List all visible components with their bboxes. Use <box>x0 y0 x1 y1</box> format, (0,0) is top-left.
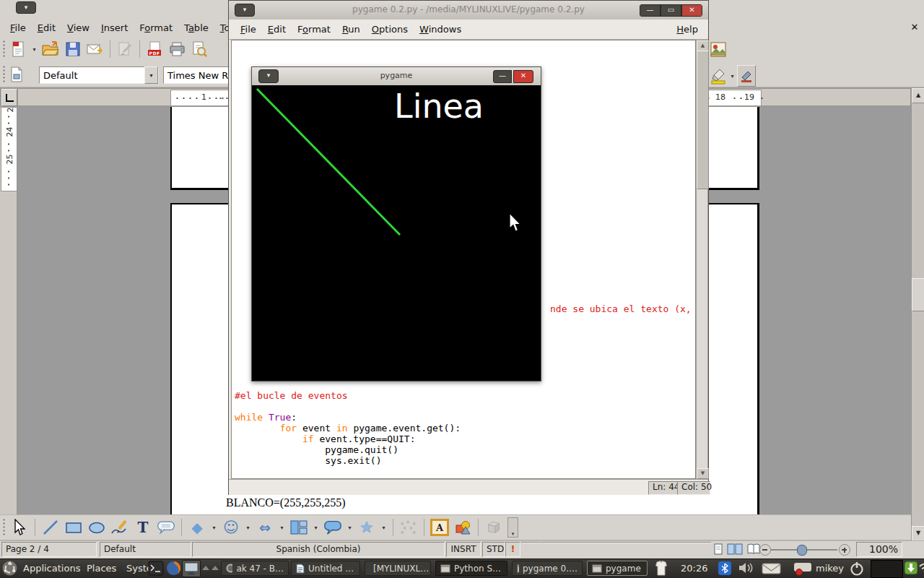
bluetooth-icon[interactable] <box>718 561 731 575</box>
save-button[interactable] <box>64 40 82 59</box>
chat-status-icon[interactable] <box>794 561 813 576</box>
writer-menu-insert[interactable]: Insert <box>95 20 134 36</box>
writer-menu-view[interactable]: View <box>61 20 95 36</box>
toolbar-grip[interactable] <box>2 65 6 84</box>
idle-menu-format[interactable]: Format <box>292 22 336 37</box>
status-language[interactable]: Spanish (Colombia) <box>192 542 445 557</box>
update-manager-icon[interactable] <box>905 561 918 574</box>
rectangle-tool-button[interactable] <box>64 518 83 537</box>
close-button[interactable]: ✕ <box>513 70 533 83</box>
print-button[interactable] <box>167 40 186 59</box>
document-scrollbar[interactable]: ▲ ▼ <box>911 88 924 540</box>
chevron-down-icon[interactable]: ▾ <box>346 525 353 531</box>
close-button[interactable]: ✕ <box>681 4 702 17</box>
scrollbar-thumb[interactable] <box>912 278 924 311</box>
close-document-icon[interactable]: ✕ <box>908 21 921 34</box>
mail-indicator-icon[interactable] <box>762 563 781 574</box>
firefox-launcher-icon[interactable] <box>166 561 181 576</box>
new-document-button[interactable] <box>9 40 27 59</box>
callout-shapes-button[interactable] <box>323 518 342 537</box>
status-insert-mode[interactable]: INSRT <box>446 542 481 557</box>
writer-menu-file[interactable]: File <box>4 20 32 36</box>
writer-menu-edit[interactable]: Edit <box>32 20 61 36</box>
chevron-down-icon[interactable]: ▾ <box>313 525 319 531</box>
symbol-shapes-button[interactable]: ☺ <box>222 518 240 537</box>
edit-points-button[interactable] <box>399 518 418 537</box>
edit-file-button[interactable] <box>116 40 134 59</box>
idle-menu-run[interactable]: Run <box>336 22 366 37</box>
toolbar-grip[interactable] <box>2 40 6 59</box>
terminal-launcher-icon[interactable] <box>148 561 164 576</box>
idle-code-block[interactable]: #el bucle de eventos while True: for eve… <box>235 390 461 466</box>
taskbar-window-ak47[interactable]: ak 47 - B… <box>221 561 289 576</box>
clock[interactable]: 20:26 <box>681 558 707 578</box>
taskbar-window-python-shell[interactable]: Python S… <box>435 561 507 576</box>
zoom-out-button[interactable] <box>759 544 771 556</box>
status-page-style[interactable]: Default <box>100 542 191 557</box>
username[interactable]: mikey <box>816 558 844 578</box>
idle-menu-windows[interactable]: Windows <box>414 22 467 37</box>
zoom-slider-thumb[interactable] <box>797 545 807 556</box>
status-modified-indicator[interactable]: ! <box>505 542 520 557</box>
page-preview-button[interactable] <box>190 40 209 59</box>
combo-dropdown-button[interactable]: ▾ <box>144 66 158 84</box>
idle-titlebar[interactable]: ▾ pygame 0.2.py - /media/MYLINUXLIVE/pyg… <box>229 1 708 20</box>
idle-menu-edit[interactable]: Edit <box>262 22 292 37</box>
pygame-window-menu-button[interactable]: ▾ <box>258 69 279 83</box>
chevron-down-icon[interactable]: ▾ <box>211 525 217 531</box>
idle-menu-help[interactable]: Help <box>671 22 704 37</box>
zoom-in-button[interactable] <box>839 544 850 556</box>
chevron-down-icon[interactable]: ▾ <box>31 46 38 53</box>
star-shapes-button[interactable]: ★ <box>357 518 376 537</box>
callout-tool-button[interactable] <box>157 518 175 537</box>
styles-button[interactable] <box>7 65 26 84</box>
chevron-down-icon[interactable]: ▾ <box>279 525 285 531</box>
chevron-down-icon[interactable]: ▾ <box>380 525 387 531</box>
export-pdf-button[interactable]: PDF <box>145 40 164 59</box>
panel-arrow-up-icon[interactable] <box>212 566 219 570</box>
block-arrows-button[interactable]: ⇔ <box>256 518 274 537</box>
toolbar-grip[interactable] <box>2 518 6 537</box>
pygame-surface[interactable]: Linea <box>252 85 541 381</box>
minimize-button[interactable]: — <box>640 4 661 17</box>
book-view-button[interactable] <box>746 543 761 555</box>
gallery-button[interactable] <box>709 40 728 59</box>
idle-scrollbar[interactable]: ▲ ▼ <box>696 40 708 479</box>
chevron-down-icon[interactable]: ▾ <box>245 525 251 531</box>
system-monitor-applet[interactable] <box>871 560 903 578</box>
scroll-down-button[interactable]: ▼ <box>697 468 709 479</box>
menu-places[interactable]: Places <box>87 558 116 578</box>
status-selection-mode[interactable]: STD <box>482 542 505 557</box>
toolbar-overflow-handle[interactable]: ▾ <box>507 517 518 538</box>
ubuntu-logo-icon[interactable] <box>2 561 17 576</box>
status-page-number[interactable]: Page 2 / 4 <box>1 542 97 557</box>
single-page-view-button[interactable] <box>713 543 723 555</box>
writer-menu-table[interactable]: Table <box>178 20 214 36</box>
display-launcher-icon[interactable] <box>182 560 201 577</box>
open-button[interactable] <box>41 40 60 59</box>
writer-menu-format[interactable]: Format <box>134 20 178 36</box>
basic-shapes-button[interactable]: ◆ <box>188 518 206 537</box>
taskbar-window-untitled[interactable]: Untitled … <box>291 561 360 576</box>
scroll-up-button[interactable]: ▲ <box>697 40 709 51</box>
freeform-line-tool-button[interactable] <box>110 518 129 537</box>
menu-applications[interactable]: Applications <box>23 558 80 578</box>
maximize-button[interactable]: ▭ <box>661 4 681 17</box>
wifi-icon[interactable] <box>918 561 924 574</box>
mail-button[interactable] <box>86 40 105 59</box>
power-icon[interactable] <box>849 561 865 577</box>
zoom-slider[interactable] <box>759 543 850 556</box>
insert-from-file-button[interactable] <box>453 518 472 537</box>
writer-window-menu-button[interactable]: ▾ <box>16 1 36 14</box>
select-tool-button[interactable] <box>10 518 29 537</box>
ellipse-tool-button[interactable] <box>87 518 106 537</box>
taskbar-window-pygame[interactable]: pygame <box>587 561 648 576</box>
scroll-up-button[interactable]: ▲ <box>912 88 924 103</box>
vertical-ruler[interactable]: 23 24 25 <box>0 107 17 514</box>
tab-stop-selector[interactable] <box>1 89 17 106</box>
paragraph-style-combo[interactable]: Default ▾ <box>39 66 159 84</box>
scrollbar-thumb[interactable] <box>697 51 709 189</box>
taskbar-window-mylinuxlive[interactable]: [MYLINUXL… <box>365 561 431 576</box>
fontwork-button[interactable]: A <box>430 519 449 536</box>
line-tool-button[interactable] <box>41 518 60 537</box>
